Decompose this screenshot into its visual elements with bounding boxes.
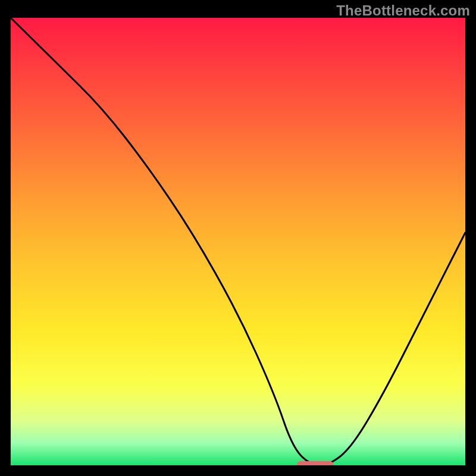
chart-frame: TheBottleneck.com <box>0 0 476 476</box>
optimal-marker <box>297 461 333 465</box>
watermark-text: TheBottleneck.com <box>336 2 470 19</box>
bottleneck-plot <box>11 18 465 465</box>
